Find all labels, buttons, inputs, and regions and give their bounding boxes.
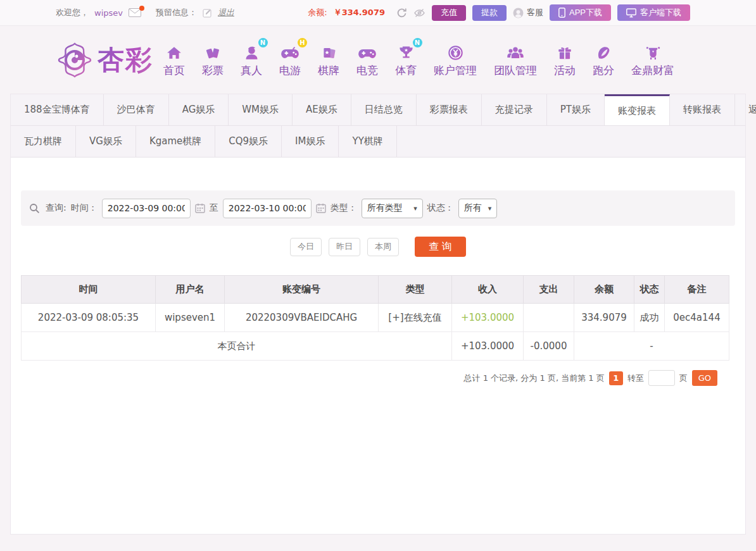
customer-service-label: 客服 bbox=[527, 7, 543, 18]
tab-lottery-report[interactable]: 彩票报表 bbox=[417, 94, 482, 125]
summary-expense: -0.0000 bbox=[524, 332, 574, 361]
edit-icon[interactable] bbox=[203, 8, 212, 18]
chevron-down-icon: ▾ bbox=[488, 204, 492, 213]
tab-pt[interactable]: PT娱乐 bbox=[547, 94, 605, 125]
cell-remark: 0ec4a144 bbox=[665, 304, 729, 332]
withdraw-button[interactable]: 提款 bbox=[472, 5, 507, 21]
col-header-time: 时间 bbox=[22, 276, 156, 304]
tab-yy-chess[interactable]: YY棋牌 bbox=[339, 126, 396, 157]
live-dealer-icon: N bbox=[243, 42, 260, 61]
tab-188-sports[interactable]: 188金宝博体育 bbox=[11, 94, 104, 125]
cell-status: 成功 bbox=[634, 304, 665, 332]
cell-expense bbox=[524, 304, 574, 332]
nav-item-team[interactable]: 团队管理 bbox=[494, 42, 537, 78]
nav-item-esports[interactable]: 电竞 bbox=[356, 42, 378, 78]
welcome-text: 欢迎您， bbox=[56, 7, 89, 18]
nav-item-wealth[interactable]: 金鼎财富 bbox=[631, 42, 674, 78]
nav-item-slots[interactable]: H 电游 bbox=[279, 42, 301, 78]
golden-ding-icon bbox=[645, 42, 662, 61]
nav-label: 体育 bbox=[395, 63, 417, 78]
calendar-icon[interactable] bbox=[316, 203, 326, 213]
nav-item-account[interactable]: 账户管理 bbox=[434, 42, 477, 78]
status-label: 状态： bbox=[427, 202, 454, 214]
trophy-icon: N bbox=[398, 42, 415, 61]
tab-kgame-chess[interactable]: Kgame棋牌 bbox=[136, 126, 215, 157]
cell-time: 2022-03-09 08:05:35 bbox=[22, 304, 156, 332]
search-icon bbox=[29, 203, 40, 214]
date-from-input[interactable] bbox=[102, 199, 191, 218]
phone-icon bbox=[558, 8, 565, 18]
topbar-left: 欢迎您，wipsev 预留信息： 退出 bbox=[56, 7, 234, 18]
deposit-button[interactable]: 充值 bbox=[432, 5, 466, 21]
nav-item-promotions[interactable]: 活动 bbox=[554, 42, 576, 78]
table-summary-row: 本页合计 +103.0000 -0.0000 - bbox=[22, 332, 729, 361]
mail-icon[interactable] bbox=[129, 8, 141, 17]
col-header-record-id: 账变编号 bbox=[225, 276, 379, 304]
go-button[interactable]: GO bbox=[692, 370, 717, 386]
summary-rest: - bbox=[574, 332, 729, 361]
content-card: 188金宝博体育 沙巴体育 AG娱乐 WM娱乐 AE娱乐 日结总览 彩票报表 充… bbox=[10, 94, 746, 535]
goto-page-input[interactable] bbox=[648, 370, 675, 386]
date-to-input[interactable] bbox=[223, 199, 312, 218]
eye-slash-icon[interactable] bbox=[413, 8, 425, 18]
lottery-tickets-icon bbox=[205, 42, 221, 61]
site-logo[interactable]: 杏彩 bbox=[56, 41, 153, 79]
type-select[interactable]: 所有类型 ▾ bbox=[362, 199, 423, 218]
col-header-balance: 余额 bbox=[574, 276, 634, 304]
this-week-button[interactable]: 本周 bbox=[367, 238, 399, 256]
tab-wali-chess[interactable]: 瓦力棋牌 bbox=[11, 126, 76, 157]
tab-im[interactable]: IM娱乐 bbox=[282, 126, 339, 157]
nav-label: 跑分 bbox=[593, 63, 614, 78]
search-button[interactable]: 查 询 bbox=[415, 237, 466, 257]
headset-person-icon bbox=[513, 8, 524, 18]
status-select[interactable]: 所有 ▾ bbox=[458, 199, 498, 218]
refresh-icon[interactable] bbox=[396, 8, 407, 18]
tab-cq9[interactable]: CQ9娱乐 bbox=[215, 126, 282, 157]
tab-shaba-sports[interactable]: 沙巴体育 bbox=[104, 94, 169, 125]
account-change-table: 时间 用户名 账变编号 类型 收入 支出 余额 状态 备注 2022-03-09… bbox=[21, 275, 729, 361]
nav-label: 棋牌 bbox=[318, 63, 339, 78]
to-label: 至 bbox=[210, 202, 218, 214]
logout-link[interactable]: 退出 bbox=[218, 7, 234, 18]
monitor-icon bbox=[626, 8, 636, 18]
logo-flower-icon bbox=[56, 41, 94, 79]
customer-service-button[interactable]: 客服 bbox=[513, 7, 543, 18]
nav-label: 账户管理 bbox=[434, 63, 477, 78]
page-number-button[interactable]: 1 bbox=[609, 371, 623, 385]
tab-ag[interactable]: AG娱乐 bbox=[169, 94, 229, 125]
yesterday-button[interactable]: 昨日 bbox=[329, 238, 360, 256]
nav-item-home[interactable]: 首页 bbox=[163, 42, 185, 78]
username-text: wipsev bbox=[94, 8, 123, 18]
main-nav: 杏彩 首页 彩票 N 真人 H 电游 bbox=[0, 26, 756, 94]
tab-vg[interactable]: VG娱乐 bbox=[76, 126, 136, 157]
tab-wm[interactable]: WM娱乐 bbox=[229, 94, 293, 125]
nav-item-paofen[interactable]: 跑分 bbox=[593, 42, 614, 78]
nav-item-card-games[interactable]: 棋牌 bbox=[318, 42, 339, 78]
tab-rebate-total[interactable]: 返点总额 bbox=[735, 94, 756, 125]
tab-transfer-report[interactable]: 转账报表 bbox=[670, 94, 735, 125]
type-label: 类型： bbox=[331, 202, 357, 214]
badge-h: H bbox=[298, 38, 307, 47]
client-download-button[interactable]: 客户端下载 bbox=[617, 4, 690, 21]
calendar-icon[interactable] bbox=[195, 203, 205, 213]
tab-account-change-report[interactable]: 账变报表 bbox=[605, 94, 670, 125]
tab-daily-summary[interactable]: 日结总览 bbox=[351, 94, 417, 125]
tabs-row-1: 188金宝博体育 沙巴体育 AG娱乐 WM娱乐 AE娱乐 日结总览 彩票报表 充… bbox=[11, 94, 745, 126]
balance-label: 余额: bbox=[308, 7, 327, 18]
app-download-button[interactable]: APP下载 bbox=[550, 4, 611, 21]
nav-item-lottery[interactable]: 彩票 bbox=[202, 42, 224, 78]
tab-deposit-withdraw-record[interactable]: 充提记录 bbox=[482, 94, 547, 125]
nav-label: 真人 bbox=[241, 63, 262, 78]
time-label: 时间： bbox=[71, 202, 98, 214]
pagination-info: 总计 1 个记录, 分为 1 页, 当前第 1 页 bbox=[464, 373, 605, 384]
coin-yuan-icon bbox=[447, 42, 464, 61]
today-button[interactable]: 今日 bbox=[290, 238, 322, 256]
cell-type: [+]在线充值 bbox=[379, 304, 452, 332]
chevron-down-icon: ▾ bbox=[413, 204, 417, 213]
nav-item-sports[interactable]: N 体育 bbox=[395, 42, 417, 78]
tab-ae[interactable]: AE娱乐 bbox=[293, 94, 351, 125]
nav-item-live-casino[interactable]: N 真人 bbox=[241, 42, 262, 78]
nav-label: 彩票 bbox=[202, 63, 224, 78]
summary-income: +103.0000 bbox=[452, 332, 524, 361]
cell-income: +103.0000 bbox=[452, 304, 524, 332]
